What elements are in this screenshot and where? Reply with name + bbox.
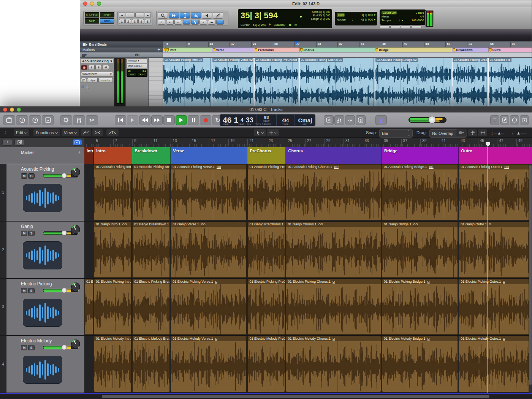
marker-prechorus[interactable]: PreChorus	[254, 48, 299, 52]
section-bridge[interactable]: Bridge	[382, 147, 459, 164]
track-lane-1[interactable]: 01 Acoustic Picking Intro01 Acoustic Pic…	[84, 164, 532, 222]
ruler-menu-icon[interactable]: ▦▾	[82, 43, 87, 46]
section-outro[interactable]: Outro	[459, 147, 532, 164]
marker-bridge[interactable]: Bridge	[375, 48, 452, 52]
automation-mode-button[interactable]: read ▾	[98, 78, 113, 83]
edit-option-button[interactable]: ▚	[191, 20, 199, 25]
mute-button[interactable]: M	[21, 173, 27, 179]
input-monitor-button[interactable]: I	[88, 65, 95, 70]
snap-select[interactable]: Bar⌃⌄	[379, 129, 413, 138]
pan-knob[interactable]: LR	[71, 167, 81, 179]
marker-breakdown[interactable]: Breakdown	[452, 48, 488, 52]
section-intro[interactable]: Intro	[94, 147, 132, 164]
edit-menu[interactable]: Edit	[14, 129, 29, 136]
edit-option-button[interactable]: ▭	[216, 20, 224, 25]
track-lane-3[interactable]: 01 El01 Electric Picking Intro.01 Electr…	[84, 279, 532, 336]
browsers-button[interactable]	[520, 115, 529, 125]
pencil-tool[interactable]	[213, 12, 223, 19]
playhead[interactable]	[488, 144, 488, 393]
automation-button[interactable]	[81, 129, 91, 136]
audio-region[interactable]: 01 Acoustic Picking PreC	[247, 164, 285, 220]
functions-menu[interactable]: Functions	[33, 129, 60, 136]
inspector-button[interactable]: i	[16, 115, 28, 125]
solo-mode-button[interactable]: S	[356, 115, 366, 125]
edit-mode-spot[interactable]: SPOT	[100, 12, 114, 17]
counter-dropdown-icon[interactable]: ▾	[300, 14, 302, 19]
metronome-button[interactable]	[380, 25, 390, 29]
track-name[interactable]: Electric Melody	[21, 338, 52, 344]
audio-region[interactable]: 01 Ganjo Bridge.1ΩΩ	[382, 222, 458, 278]
track-name[interactable]: Acoustic Picking	[21, 166, 54, 172]
edit-mode-slip[interactable]: SLIP	[85, 18, 99, 24]
audio-region[interactable]: 01 Acoustic Picking Bridge.1ΩΩ	[382, 164, 458, 220]
countoff-display[interactable]: Count Off 2 bars Meter 4/4 Tempo♩▾ 143.0…	[380, 10, 426, 25]
post-roll-icon[interactable]: ▤	[294, 23, 298, 27]
audio-region[interactable]: 01 Acoustic Picking Verse.1ΩΩ	[171, 164, 247, 220]
vertical-scrollbar[interactable]	[529, 164, 532, 393]
protools-titlebar[interactable]: Edit: 02 143 D	[80, 0, 532, 7]
volume-knob[interactable]	[62, 230, 67, 236]
pre-roll-icon[interactable]: ▣	[288, 23, 291, 27]
track-freeze-icon[interactable]: ◍ ⚓	[81, 84, 113, 89]
solo-button[interactable]: S	[28, 345, 35, 350]
audio-region[interactable]: 01 Electric Melody Break	[132, 336, 170, 392]
zoom-preset-button[interactable]: 2	[125, 19, 131, 24]
track-lane-2[interactable]: 01 Ganjo Intro.1ΩΩ01 Ganjo Breakdown.101…	[84, 222, 532, 279]
markers-ruler[interactable]: Markers ✛ IFIntroVersePreChorusChorusBri…	[80, 48, 532, 52]
track-waveform-icon[interactable]	[23, 299, 62, 327]
edit-option-button[interactable]: ⇿	[174, 20, 182, 25]
horizontal-zoom-button[interactable]	[478, 129, 487, 136]
rewind-button[interactable]	[139, 115, 150, 125]
audio-region[interactable]: 01 Electric Picking Bridge.1Ω	[382, 279, 458, 335]
no-overlap-button[interactable]	[324, 115, 334, 125]
track-lane-4[interactable]: 01 Electric Melody Intro.01 Electric Mel…	[84, 336, 532, 393]
track-list-menu-icon[interactable]: ▥▾	[82, 53, 87, 57]
audio-region[interactable]: 01 Ganjo Intro.1ΩΩ	[94, 222, 131, 278]
mute-button[interactable]: M	[21, 231, 27, 236]
add-marker-icon[interactable]: ✛	[157, 48, 160, 52]
horizontal-zoom-slider[interactable]: ↔ ▲──	[511, 131, 527, 135]
midi-zoom-icon[interactable]: ᎓᎓	[135, 12, 144, 18]
audio-region[interactable]: 02 Acoustic Picking Breakdown	[452, 58, 487, 107]
volume-knob[interactable]	[62, 288, 67, 293]
volume-readout[interactable]: vol-5.1 ◂ 0 ◂ 0	[127, 69, 147, 77]
marker-verse[interactable]: Verse	[212, 48, 254, 52]
flex-button[interactable]	[92, 129, 103, 136]
solo-button[interactable]: S	[28, 231, 35, 236]
edit-timeline[interactable]: 02 Acoustic Picking Intro-0202 Acoustic …	[163, 58, 532, 107]
solo-button[interactable]: S	[28, 173, 35, 179]
audio-region[interactable]: 01 Ganjo Chorus.1ΩΩ	[286, 222, 381, 278]
waveform-zoom-button[interactable]	[456, 129, 467, 136]
edit-option-button[interactable]: ✦	[166, 20, 174, 25]
audio-region[interactable]: 01 Electric Picking PreCh	[247, 279, 285, 335]
pan-knob[interactable]: LR	[71, 225, 81, 236]
mixer-button[interactable]	[73, 115, 85, 125]
audio-region[interactable]: 02 Acoustic Picking Chorus-02	[299, 58, 374, 107]
mute-button[interactable]: M	[21, 288, 27, 293]
tuner-button[interactable]	[345, 115, 355, 125]
conductor-button[interactable]	[412, 25, 421, 29]
audio-region[interactable]: 01 Acoustic Picking Outro.1ΩΩ	[459, 164, 532, 220]
pause-button[interactable]	[188, 115, 199, 125]
add-track-button[interactable]: +	[2, 139, 12, 146]
edit-mode-shuffle[interactable]: SHUFFLE	[85, 12, 99, 17]
audio-region[interactable]: 01 Acoustic Picking Chorus.1ΩΩ	[286, 164, 381, 220]
audio-region[interactable]: 01 Electric Melody Intro.	[94, 336, 131, 392]
lcd-display[interactable]: 46 BAR 1 BEAT 4 DIV 33 TICK 93 KEEP TEMP…	[220, 114, 315, 126]
edit-option-button[interactable]: ≡	[200, 20, 207, 25]
catch-playhead-icon[interactable]: ⤴	[5, 130, 7, 135]
track-waveform-icon[interactable]	[23, 356, 62, 384]
marker-outro[interactable]: Outro	[488, 48, 532, 52]
play-button[interactable]	[176, 115, 187, 125]
record-enable-button[interactable]: ◉	[81, 65, 87, 70]
audio-region[interactable]: 02 Acoustic Picking Bridge-02	[375, 58, 451, 107]
audio-region[interactable]: 02 Acoustic Picking PreChorus	[254, 58, 298, 107]
track-name[interactable]: Electric Picking	[21, 281, 52, 287]
duplicate-track-button[interactable]	[14, 139, 24, 146]
edit-mode-grid[interactable]: GRID	[100, 18, 114, 24]
bar-ruler[interactable]: 5791113151719212325272931333537394143454…	[84, 138, 532, 147]
loop-browser-button[interactable]	[510, 115, 519, 125]
editors-button[interactable]: ✂	[86, 115, 98, 125]
master-volume-slider[interactable]	[408, 117, 446, 123]
marker-global-track[interactable]: Marker +	[0, 147, 84, 164]
